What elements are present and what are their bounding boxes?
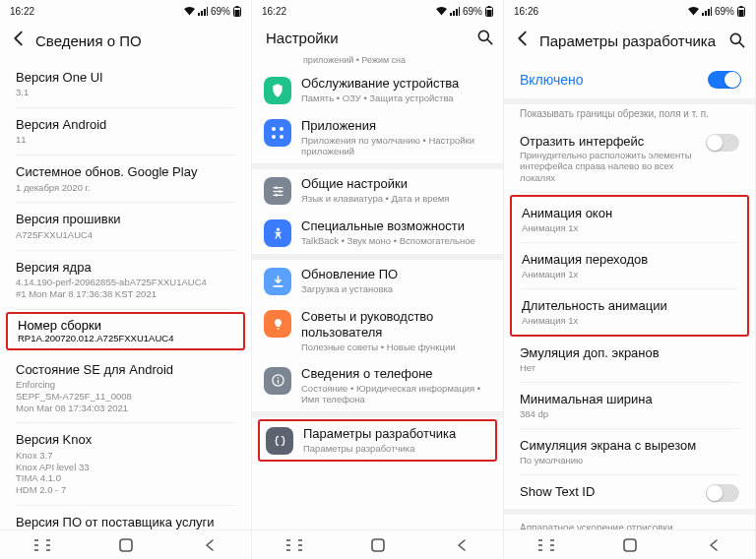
svg-line-14 bbox=[488, 40, 492, 44]
row-tips[interactable]: Советы и руководство пользователяПолезны… bbox=[252, 302, 503, 359]
search-icon[interactable] bbox=[475, 28, 495, 47]
enabled-toggle[interactable] bbox=[708, 71, 741, 89]
row-general[interactable]: Общие настройкиЯзык и клавиатура • Дата … bbox=[252, 169, 503, 212]
item-min-width[interactable]: Минимальная ширина384 dp bbox=[504, 385, 755, 426]
braces-icon bbox=[266, 427, 293, 455]
page-title: Настройки bbox=[260, 30, 470, 46]
row-device-care[interactable]: Обслуживание устройстваПамять • ОЗУ • За… bbox=[252, 69, 503, 111]
nav-bar bbox=[252, 529, 503, 559]
header: Настройки bbox=[252, 22, 503, 55]
enabled-row[interactable]: Включено bbox=[504, 61, 755, 98]
show-text-id-toggle[interactable] bbox=[706, 484, 739, 502]
svg-line-41 bbox=[740, 43, 744, 47]
about-list[interactable]: Версия One UI 3.1 Версия Android 11 Сист… bbox=[0, 61, 251, 529]
wifi-icon bbox=[688, 7, 699, 16]
search-icon[interactable] bbox=[727, 31, 747, 50]
svg-rect-48 bbox=[624, 539, 636, 551]
settings-list[interactable]: приложений • Режим сна Обслуживание устр… bbox=[252, 55, 503, 529]
info-icon bbox=[264, 367, 291, 395]
svg-rect-12 bbox=[487, 10, 492, 16]
header: Параметры разработчика bbox=[504, 22, 755, 61]
svg-point-18 bbox=[280, 135, 284, 139]
nav-bar bbox=[0, 529, 251, 559]
item-knox[interactable]: Версия Knox Knox 3.7 Knox API level 33 T… bbox=[0, 425, 251, 503]
back-icon[interactable] bbox=[8, 28, 30, 53]
svg-point-24 bbox=[275, 194, 278, 197]
svg-point-15 bbox=[272, 127, 276, 131]
battery-icon bbox=[233, 6, 241, 17]
wifi-icon bbox=[436, 7, 447, 16]
svg-point-22 bbox=[275, 186, 278, 189]
svg-point-23 bbox=[279, 190, 282, 193]
animation-group: Анимация оконАнимация 1x Анимация перехо… bbox=[510, 195, 749, 337]
cut-subtext: приложений • Режим сна bbox=[252, 55, 503, 69]
item-transition-animation[interactable]: Анимация переходовАнимация 1x bbox=[512, 245, 747, 286]
phone-2: 16:22 69% Настройки приложений • Режим с… bbox=[252, 0, 504, 559]
nav-recents-icon[interactable] bbox=[32, 534, 53, 556]
section-hw-accel: Аппаратное ускорение отрисовки bbox=[504, 515, 755, 529]
item-android[interactable]: Версия Android 11 bbox=[0, 110, 251, 153]
header: Сведения о ПО bbox=[0, 22, 251, 61]
row-software-update[interactable]: Обновление ПОЗагрузка и установка bbox=[252, 260, 503, 302]
dev-options-list[interactable]: Включено Показывать границы обрезки, пол… bbox=[504, 61, 755, 529]
status-bar: 16:26 69% bbox=[504, 0, 755, 22]
enabled-label: Включено bbox=[520, 72, 584, 88]
svg-point-25 bbox=[276, 227, 279, 230]
row-developer-options[interactable]: Параметры разработчикаПараметры разработ… bbox=[258, 419, 497, 462]
page-title: Сведения о ПО bbox=[35, 32, 243, 49]
reflect-toggle[interactable] bbox=[706, 134, 739, 152]
row-apps[interactable]: ПриложенияПриложения по умолчанию • Наст… bbox=[252, 111, 503, 163]
bulb-icon bbox=[264, 310, 291, 338]
nav-home-icon[interactable] bbox=[619, 534, 641, 556]
item-reflect-ui[interactable]: Отразить интерфейс Принудительно располо… bbox=[504, 127, 755, 191]
item-firmware[interactable]: Версия прошивки A725FXXU1AUC4 bbox=[0, 205, 251, 247]
download-icon bbox=[264, 268, 291, 295]
accessibility-icon bbox=[264, 219, 291, 247]
nav-home-icon[interactable] bbox=[115, 534, 137, 556]
signal-icon bbox=[450, 7, 460, 16]
nav-recents-icon[interactable] bbox=[284, 534, 305, 556]
svg-point-16 bbox=[280, 127, 284, 131]
battery-text: 69% bbox=[211, 6, 230, 17]
battery-text: 69% bbox=[463, 6, 482, 17]
sliders-icon bbox=[264, 177, 291, 205]
item-show-text-id[interactable]: Show Text ID bbox=[504, 477, 755, 509]
svg-point-40 bbox=[730, 33, 740, 43]
item-build-number[interactable]: Номер сборки RP1A.200720.012.A725FXXU1AU… bbox=[6, 312, 245, 350]
signal-icon bbox=[198, 7, 208, 16]
item-se-android[interactable]: Состояние SE для Android Enforcing SEPF_… bbox=[0, 355, 251, 421]
battery-text: 69% bbox=[715, 6, 734, 17]
signal-icon bbox=[702, 7, 712, 16]
nav-bar bbox=[504, 529, 755, 559]
svg-point-13 bbox=[478, 31, 488, 40]
svg-point-17 bbox=[272, 135, 276, 139]
item-oneui[interactable]: Версия One UI 3.1 bbox=[0, 63, 251, 105]
item-carrier-sw[interactable]: Версия ПО от поставщика услуги SAOMC_SM-… bbox=[0, 508, 251, 529]
back-icon[interactable] bbox=[512, 28, 534, 53]
nav-back-icon[interactable] bbox=[703, 534, 724, 556]
row-accessibility[interactable]: Специальные возможностиTalkBack • Звук м… bbox=[252, 212, 503, 254]
wifi-icon bbox=[184, 7, 195, 16]
row-about-phone[interactable]: Сведения о телефонеСостояние • Юридическ… bbox=[252, 359, 503, 411]
status-time: 16:22 bbox=[10, 6, 34, 17]
nav-recents-icon[interactable] bbox=[536, 534, 557, 556]
nav-back-icon[interactable] bbox=[451, 534, 472, 556]
item-cutout-sim[interactable]: Симуляция экрана с вырезомПо умолчанию bbox=[504, 431, 755, 472]
nav-back-icon[interactable] bbox=[199, 534, 220, 556]
phone-3: 16:26 69% Параметры разработчика Включен… bbox=[504, 0, 756, 559]
nav-home-icon[interactable] bbox=[367, 534, 389, 556]
status-bar: 16:22 69% bbox=[0, 0, 251, 22]
battery-icon bbox=[485, 6, 493, 17]
status-time: 16:22 bbox=[262, 6, 286, 17]
item-googleplay-update[interactable]: Системное обнов. Google Play 1 декабря 2… bbox=[0, 157, 251, 200]
hint-text: Показывать границы обрезки, поля и т. п. bbox=[504, 104, 755, 127]
svg-rect-39 bbox=[739, 10, 744, 16]
item-kernel[interactable]: Версия ядра 4.14.190-perf-20962855-abA72… bbox=[0, 253, 251, 307]
battery-icon bbox=[737, 6, 745, 17]
svg-rect-36 bbox=[372, 539, 384, 551]
phone-1: 16:22 69% Сведения о ПО Версия One UI 3.… bbox=[0, 0, 252, 559]
item-animation-duration[interactable]: Длительность анимацииАнимация 1x bbox=[512, 291, 747, 333]
item-secondary-displays[interactable]: Эмуляция доп. экрановНет bbox=[504, 339, 755, 380]
item-window-animation[interactable]: Анимация оконАнимация 1x bbox=[512, 199, 747, 240]
svg-point-28 bbox=[277, 378, 279, 380]
